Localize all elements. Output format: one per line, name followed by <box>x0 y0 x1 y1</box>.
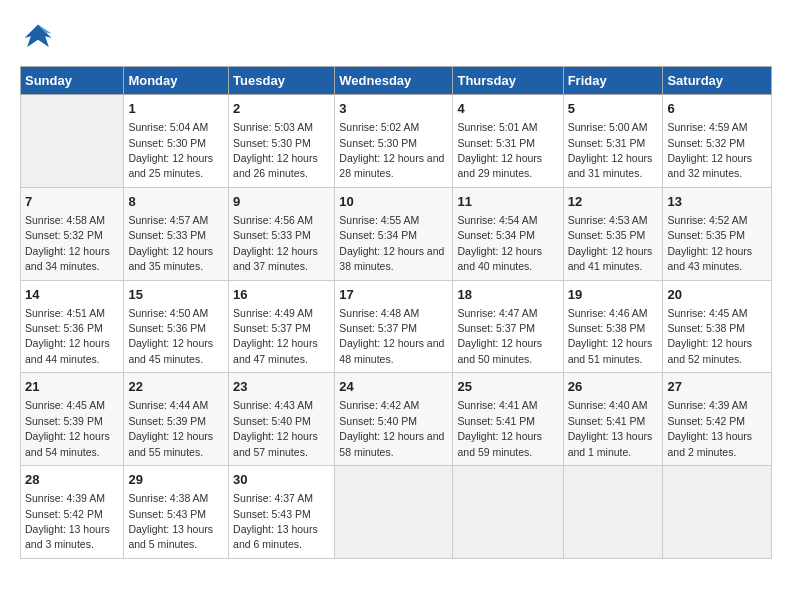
sunrise-info: Sunrise: 5:02 AM <box>339 121 419 133</box>
day-number: 2 <box>233 100 330 118</box>
daylight-info: Daylight: 12 hours and 31 minutes. <box>568 152 653 179</box>
sunrise-info: Sunrise: 4:52 AM <box>667 214 747 226</box>
day-number: 6 <box>667 100 767 118</box>
calendar-cell: 18Sunrise: 4:47 AMSunset: 5:37 PMDayligh… <box>453 280 563 373</box>
daylight-info: Daylight: 12 hours and 41 minutes. <box>568 245 653 272</box>
sunset-info: Sunset: 5:34 PM <box>457 229 535 241</box>
calendar-cell: 13Sunrise: 4:52 AMSunset: 5:35 PMDayligh… <box>663 187 772 280</box>
sunset-info: Sunset: 5:36 PM <box>128 322 206 334</box>
calendar-cell: 20Sunrise: 4:45 AMSunset: 5:38 PMDayligh… <box>663 280 772 373</box>
sunrise-info: Sunrise: 4:45 AM <box>667 307 747 319</box>
sunset-info: Sunset: 5:33 PM <box>233 229 311 241</box>
day-number: 4 <box>457 100 558 118</box>
calendar-cell: 3Sunrise: 5:02 AMSunset: 5:30 PMDaylight… <box>335 95 453 188</box>
logo-icon <box>20 20 56 56</box>
day-number: 19 <box>568 286 659 304</box>
daylight-info: Daylight: 13 hours and 6 minutes. <box>233 523 318 550</box>
day-number: 9 <box>233 193 330 211</box>
daylight-info: Daylight: 12 hours and 59 minutes. <box>457 430 542 457</box>
sunrise-info: Sunrise: 4:43 AM <box>233 399 313 411</box>
daylight-info: Daylight: 12 hours and 47 minutes. <box>233 337 318 364</box>
day-number: 12 <box>568 193 659 211</box>
sunrise-info: Sunrise: 4:45 AM <box>25 399 105 411</box>
calendar-cell: 10Sunrise: 4:55 AMSunset: 5:34 PMDayligh… <box>335 187 453 280</box>
daylight-info: Daylight: 12 hours and 45 minutes. <box>128 337 213 364</box>
day-number: 29 <box>128 471 224 489</box>
sunrise-info: Sunrise: 4:42 AM <box>339 399 419 411</box>
sunrise-info: Sunrise: 4:48 AM <box>339 307 419 319</box>
sunset-info: Sunset: 5:43 PM <box>233 508 311 520</box>
sunrise-info: Sunrise: 4:46 AM <box>568 307 648 319</box>
daylight-info: Daylight: 12 hours and 48 minutes. <box>339 337 444 364</box>
calendar-cell: 5Sunrise: 5:00 AMSunset: 5:31 PMDaylight… <box>563 95 663 188</box>
daylight-info: Daylight: 12 hours and 26 minutes. <box>233 152 318 179</box>
sunrise-info: Sunrise: 4:58 AM <box>25 214 105 226</box>
calendar-cell: 19Sunrise: 4:46 AMSunset: 5:38 PMDayligh… <box>563 280 663 373</box>
sunset-info: Sunset: 5:37 PM <box>233 322 311 334</box>
day-number: 21 <box>25 378 119 396</box>
day-number: 23 <box>233 378 330 396</box>
calendar-cell: 8Sunrise: 4:57 AMSunset: 5:33 PMDaylight… <box>124 187 229 280</box>
sunset-info: Sunset: 5:40 PM <box>233 415 311 427</box>
day-number: 22 <box>128 378 224 396</box>
logo <box>20 20 62 56</box>
sunset-info: Sunset: 5:34 PM <box>339 229 417 241</box>
daylight-info: Daylight: 13 hours and 5 minutes. <box>128 523 213 550</box>
sunset-info: Sunset: 5:31 PM <box>568 137 646 149</box>
day-header-monday: Monday <box>124 67 229 95</box>
day-number: 17 <box>339 286 448 304</box>
calendar-cell: 17Sunrise: 4:48 AMSunset: 5:37 PMDayligh… <box>335 280 453 373</box>
sunset-info: Sunset: 5:38 PM <box>667 322 745 334</box>
header <box>20 20 772 56</box>
day-number: 3 <box>339 100 448 118</box>
header-row: SundayMondayTuesdayWednesdayThursdayFrid… <box>21 67 772 95</box>
sunset-info: Sunset: 5:31 PM <box>457 137 535 149</box>
calendar-cell: 28Sunrise: 4:39 AMSunset: 5:42 PMDayligh… <box>21 466 124 559</box>
sunset-info: Sunset: 5:30 PM <box>339 137 417 149</box>
calendar-cell: 29Sunrise: 4:38 AMSunset: 5:43 PMDayligh… <box>124 466 229 559</box>
daylight-info: Daylight: 12 hours and 55 minutes. <box>128 430 213 457</box>
sunrise-info: Sunrise: 4:54 AM <box>457 214 537 226</box>
calendar-cell: 11Sunrise: 4:54 AMSunset: 5:34 PMDayligh… <box>453 187 563 280</box>
calendar-cell <box>563 466 663 559</box>
daylight-info: Daylight: 12 hours and 28 minutes. <box>339 152 444 179</box>
sunset-info: Sunset: 5:36 PM <box>25 322 103 334</box>
week-row-5: 28Sunrise: 4:39 AMSunset: 5:42 PMDayligh… <box>21 466 772 559</box>
sunset-info: Sunset: 5:35 PM <box>568 229 646 241</box>
sunset-info: Sunset: 5:39 PM <box>25 415 103 427</box>
sunset-info: Sunset: 5:32 PM <box>667 137 745 149</box>
day-number: 10 <box>339 193 448 211</box>
sunrise-info: Sunrise: 4:47 AM <box>457 307 537 319</box>
daylight-info: Daylight: 12 hours and 29 minutes. <box>457 152 542 179</box>
calendar-cell: 23Sunrise: 4:43 AMSunset: 5:40 PMDayligh… <box>229 373 335 466</box>
sunrise-info: Sunrise: 5:01 AM <box>457 121 537 133</box>
day-number: 18 <box>457 286 558 304</box>
day-header-saturday: Saturday <box>663 67 772 95</box>
daylight-info: Daylight: 12 hours and 52 minutes. <box>667 337 752 364</box>
sunset-info: Sunset: 5:40 PM <box>339 415 417 427</box>
week-row-4: 21Sunrise: 4:45 AMSunset: 5:39 PMDayligh… <box>21 373 772 466</box>
daylight-info: Daylight: 12 hours and 37 minutes. <box>233 245 318 272</box>
week-row-1: 1Sunrise: 5:04 AMSunset: 5:30 PMDaylight… <box>21 95 772 188</box>
sunrise-info: Sunrise: 4:49 AM <box>233 307 313 319</box>
calendar-cell <box>335 466 453 559</box>
daylight-info: Daylight: 12 hours and 34 minutes. <box>25 245 110 272</box>
day-header-thursday: Thursday <box>453 67 563 95</box>
day-number: 15 <box>128 286 224 304</box>
day-number: 20 <box>667 286 767 304</box>
sunset-info: Sunset: 5:41 PM <box>568 415 646 427</box>
sunset-info: Sunset: 5:37 PM <box>339 322 417 334</box>
sunset-info: Sunset: 5:35 PM <box>667 229 745 241</box>
sunrise-info: Sunrise: 4:37 AM <box>233 492 313 504</box>
calendar-cell: 16Sunrise: 4:49 AMSunset: 5:37 PMDayligh… <box>229 280 335 373</box>
calendar-cell: 15Sunrise: 4:50 AMSunset: 5:36 PMDayligh… <box>124 280 229 373</box>
day-number: 14 <box>25 286 119 304</box>
calendar-cell: 9Sunrise: 4:56 AMSunset: 5:33 PMDaylight… <box>229 187 335 280</box>
calendar-cell: 27Sunrise: 4:39 AMSunset: 5:42 PMDayligh… <box>663 373 772 466</box>
day-number: 26 <box>568 378 659 396</box>
day-number: 13 <box>667 193 767 211</box>
sunset-info: Sunset: 5:30 PM <box>128 137 206 149</box>
calendar-cell: 26Sunrise: 4:40 AMSunset: 5:41 PMDayligh… <box>563 373 663 466</box>
sunrise-info: Sunrise: 4:38 AM <box>128 492 208 504</box>
calendar-cell: 7Sunrise: 4:58 AMSunset: 5:32 PMDaylight… <box>21 187 124 280</box>
